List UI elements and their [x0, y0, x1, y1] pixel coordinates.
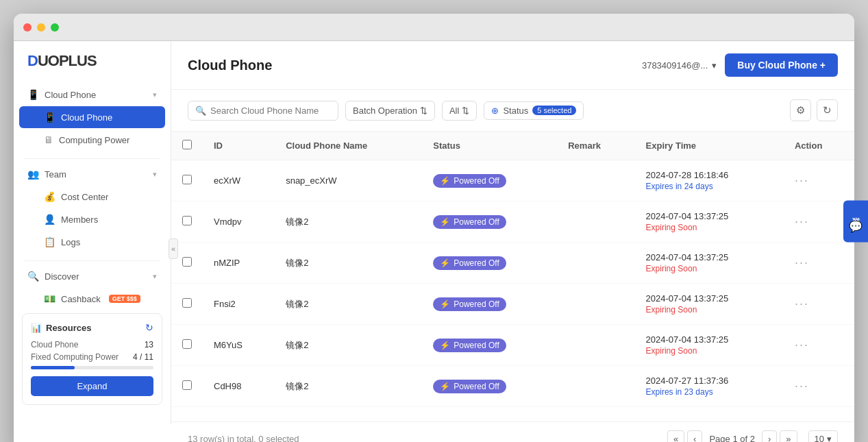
sidebar-item-computing-power[interactable]: 🖥 Computing Power [19, 129, 165, 151]
row-expiry: 2024-07-04 13:37:25 Expiring Soon [635, 243, 784, 284]
sidebar-item-cashback-label: Cashback [61, 294, 101, 304]
row-checkbox[interactable] [182, 216, 192, 225]
minimize-dot[interactable] [37, 23, 45, 32]
row-checkbox[interactable] [182, 380, 192, 390]
sidebar-group-discover-label: Discover [45, 271, 79, 282]
row-id: Fnsi2 [203, 284, 275, 325]
select-all-checkbox[interactable] [182, 140, 192, 149]
sidebar-item-cashback[interactable]: 💵 Cashback GET $$$ [19, 288, 165, 310]
action-menu-button[interactable]: ··· [795, 173, 809, 187]
refresh-icon-button[interactable]: ↻ [817, 99, 838, 121]
page-size-select[interactable]: 10 ▾ [808, 430, 838, 442]
row-name: 镜像2 [275, 325, 422, 366]
action-menu-button[interactable]: ··· [795, 256, 809, 269]
row-remark [557, 366, 634, 407]
row-checkbox-cell[interactable] [171, 284, 203, 325]
row-action[interactable]: ··· [784, 366, 854, 407]
last-page-button[interactable]: » [780, 430, 797, 442]
row-expiry: 2024-07-04 13:37:25 Expiring Soon [635, 284, 784, 325]
row-checkbox[interactable] [182, 298, 192, 308]
col-name: Cloud Phone Name [275, 132, 422, 160]
action-menu-button[interactable]: ··· [795, 297, 809, 310]
resources-header: 📊 Resources ↻ [31, 322, 153, 333]
sidebar-group-cloud-phone[interactable]: 📱 Cloud Phone ▾ [14, 84, 171, 106]
batch-chevron-icon: ⇅ [420, 106, 427, 116]
row-checkbox[interactable] [182, 257, 192, 267]
status-badge: ⚡ Powered Off [433, 174, 506, 188]
sidebar-item-members[interactable]: 👤 Members [19, 208, 165, 230]
first-page-button[interactable]: « [667, 430, 684, 442]
expand-button[interactable]: Expand [31, 376, 153, 396]
table-header-row: ID Cloud Phone Name Status Remark Expiry… [171, 132, 854, 160]
status-badge: ⚡ Powered Off [433, 380, 506, 393]
row-checkbox[interactable] [182, 339, 192, 349]
app-body: DUOPLUS 📱 Cloud Phone ▾ 📱 Cloud Phone 🖥 [14, 41, 854, 442]
discover-icon: 🔍 [27, 271, 39, 282]
sidebar-item-logs[interactable]: 📋 Logs [19, 231, 165, 253]
resource-row-phone: Cloud Phone 13 [31, 340, 153, 349]
resources-chart-icon: 📊 [31, 323, 42, 333]
row-name: 镜像2 [275, 284, 422, 325]
sidebar-group-cloud-phone-label: Cloud Phone [45, 90, 96, 100]
computing-icon: 🖥 [44, 134, 53, 145]
row-name: 镜像2 [275, 243, 422, 284]
chevron-down-icon: ▾ [153, 90, 157, 99]
status-filter[interactable]: ⊕ Status 5 selected [484, 101, 584, 120]
sidebar-item-cost-center[interactable]: 💰 Cost Center [19, 186, 165, 208]
next-page-button[interactable]: › [762, 430, 777, 442]
col-id: ID [203, 132, 275, 160]
search-input[interactable] [210, 106, 331, 116]
row-remark [557, 201, 634, 243]
team-group-icon: 👥 [27, 169, 39, 180]
sidebar-wrapper: DUOPLUS 📱 Cloud Phone ▾ 📱 Cloud Phone 🖥 [14, 41, 171, 442]
row-action[interactable]: ··· [784, 325, 854, 366]
batch-operation-label: Batch Operation [353, 106, 417, 116]
row-action[interactable]: ··· [784, 284, 854, 325]
row-checkbox-cell[interactable] [171, 160, 203, 201]
row-checkbox-cell[interactable] [171, 366, 203, 407]
sidebar-group-team[interactable]: 👥 Team ▾ [14, 163, 171, 185]
search-box[interactable]: 🔍 [188, 101, 338, 121]
resources-refresh-icon[interactable]: ↻ [145, 322, 153, 333]
batch-operation-select[interactable]: Batch Operation ⇅ [345, 101, 435, 121]
buy-cloud-phone-button[interactable]: Buy Cloud Phone + [725, 53, 838, 77]
action-menu-button[interactable]: ··· [795, 214, 809, 228]
resource-phone-label: Cloud Phone [31, 340, 78, 349]
row-status: ⚡ Powered Off [422, 325, 557, 366]
row-status: ⚡ Powered Off [422, 201, 557, 243]
row-checkbox[interactable] [182, 175, 192, 184]
resource-power-label: Fixed Computing Power [31, 352, 119, 362]
sidebar-item-cloud-phone[interactable]: 📱 Cloud Phone [19, 106, 165, 128]
account-selector[interactable]: 3783409146@... ▾ [642, 60, 717, 71]
expiry-sub: Expires in 23 days [646, 387, 773, 397]
cloud-phone-icon: 📱 [44, 112, 55, 123]
row-id: M6YuS [203, 325, 275, 366]
action-menu-button[interactable]: ··· [795, 338, 809, 352]
sidebar-group-discover[interactable]: 🔍 Discover ▾ [14, 265, 171, 287]
toolbar-right: ⚙ ↻ [790, 99, 838, 121]
contact-label: 联系我们 [850, 210, 855, 215]
row-action[interactable]: ··· [784, 160, 854, 201]
filter-select[interactable]: All ⇅ [442, 101, 477, 121]
contact-floating-button[interactable]: 联系我们 💬 [843, 200, 854, 242]
col-action: Action [784, 132, 854, 160]
circle-icon: ⊕ [491, 106, 499, 116]
expiry-date: 2024-07-27 11:37:36 [646, 376, 773, 386]
prev-page-button[interactable]: ‹ [687, 430, 702, 442]
discover-chevron-icon: ▾ [153, 272, 157, 281]
row-checkbox-cell[interactable] [171, 325, 203, 366]
filter-chevron-icon: ⇅ [462, 106, 469, 116]
select-all-header[interactable] [171, 132, 203, 160]
expiry-date: 2024-07-04 13:37:25 [646, 211, 773, 221]
table-row: Vmdpv 镜像2 ⚡ Powered Off 2024-07-04 13:37… [171, 201, 854, 243]
row-checkbox-cell[interactable] [171, 201, 203, 243]
close-dot[interactable] [23, 23, 32, 32]
row-expiry: 2024-07-04 13:37:25 Expiring Soon [635, 201, 784, 243]
settings-icon-button[interactable]: ⚙ [790, 99, 811, 121]
row-action[interactable]: ··· [784, 243, 854, 284]
maximize-dot[interactable] [51, 23, 59, 32]
action-menu-button[interactable]: ··· [795, 379, 809, 393]
row-status: ⚡ Powered Off [422, 243, 557, 284]
sidebar-collapse-button[interactable]: « [169, 238, 178, 259]
logo-icon: D [27, 52, 38, 69]
